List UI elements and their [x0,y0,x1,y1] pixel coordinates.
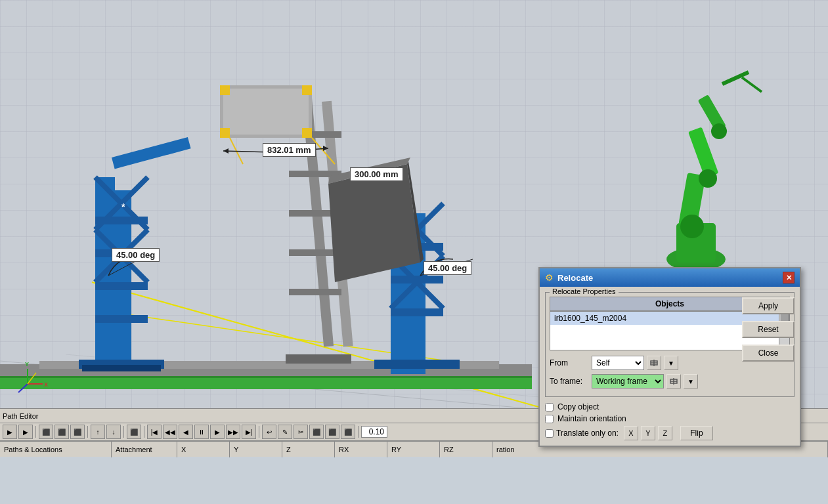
svg-rect-44 [223,89,309,135]
maintain-orientation-label: Maintain orientation [557,414,626,423]
toolbar-btn-17[interactable]: ✎ [278,425,292,439]
svg-text:X: X [44,381,48,388]
relocate-dialog: ⚙ Relocate ✕ Relocate Properties Objects… [538,267,801,447]
svg-rect-48 [302,128,312,138]
status-paths: Paths & Locations [0,442,112,457]
maintain-orientation-checkbox[interactable] [545,415,554,423]
svg-rect-45 [220,85,230,95]
status-attachment: Attachment [112,442,177,457]
from-icon-btn-2[interactable]: ▼ [664,356,678,370]
svg-rect-18 [112,137,191,169]
y-axis-button[interactable]: Y [641,426,655,440]
toolbar-btn-5[interactable]: ⬛ [70,425,85,439]
x-axis-button[interactable]: X [624,426,638,440]
toolbar-btn-7[interactable]: ↓ [106,425,121,439]
to-frame-dropdown[interactable]: Working frame [592,374,664,388]
copy-object-checkbox[interactable] [545,403,554,411]
svg-rect-39 [286,354,351,364]
toolbar-btn-21[interactable]: ⬛ [341,425,355,439]
measurement-label-4: 45.00 deg [424,261,471,275]
z-axis-button[interactable]: Z [658,426,672,440]
svg-rect-26 [391,308,443,316]
toolbar-btn-6[interactable]: ↑ [91,425,105,439]
svg-point-59 [699,169,717,188]
to-icon-btn-1[interactable] [666,374,681,388]
reset-button[interactable]: Reset [742,321,795,338]
dialog-titlebar: ⚙ Relocate ✕ [540,268,800,287]
flip-button[interactable]: Flip [680,426,713,440]
from-icon-btn-1[interactable] [647,356,661,370]
copy-object-row: Copy object [545,402,795,411]
dialog-icon: ⚙ [545,272,554,283]
dialog-close-button[interactable]: ✕ [783,272,795,284]
toolbar-btn-4[interactable]: ⬛ [54,425,69,439]
path-editor-label: Path Editor [3,412,38,420]
status-rz: RZ [440,442,492,457]
translate-only-checkbox[interactable] [545,429,554,438]
toolbar-btn-11[interactable]: ◀ [179,425,193,439]
from-label: From [550,358,589,368]
toolbar-btn-1[interactable]: ▶ [3,425,17,439]
svg-text:Y: Y [25,361,29,368]
svg-rect-4 [0,377,532,389]
svg-rect-31 [374,360,460,369]
translate-only-row: Translate only on: X Y Z Flip [545,426,795,440]
toolbar-btn-16[interactable]: ↩ [262,425,276,439]
svg-rect-12 [95,282,148,290]
to-icon-btn-2[interactable]: ▼ [684,374,698,388]
toolbar-btn-19[interactable]: ⬛ [309,425,324,439]
svg-marker-40 [328,164,420,282]
apply-button[interactable]: Apply [742,297,795,314]
svg-rect-46 [302,85,312,95]
toolbar-btn-20[interactable]: ⬛ [325,425,339,439]
status-z: Z [282,442,335,457]
status-x: X [177,442,230,457]
svg-point-60 [711,123,727,139]
relocate-props-legend: Relocate Properties [550,287,619,295]
toolbar-btn-12[interactable]: ⏸ [194,425,209,439]
status-y: Y [230,442,282,457]
toolbar-btn-3[interactable]: ⬛ [39,425,53,439]
measurement-label-3: 45.00 deg [112,248,160,262]
toolbar-btn-9[interactable]: |◀ [147,425,162,439]
status-rx: RX [335,442,387,457]
toolbar-btn-14[interactable]: ▶▶ [226,425,240,439]
toolbar-btn-2[interactable]: ▶ [18,425,33,439]
measurement-label-2: 300.00 mm [350,167,403,181]
translate-only-label: Translate only on: [556,429,619,438]
close-button[interactable]: Close [742,345,795,362]
dialog-title: Relocate [557,273,593,283]
svg-rect-38 [289,289,341,295]
status-ry: RY [387,442,440,457]
svg-marker-69 [223,148,229,154]
svg-line-57 [742,77,762,92]
dialog-titlebar-left: ⚙ Relocate [545,272,593,283]
from-dropdown[interactable]: Self [592,356,644,370]
svg-rect-47 [220,128,230,138]
svg-rect-21 [82,365,161,371]
to-row: To frame: Working frame ▼ [550,374,790,388]
toolbar-number: 0.10 [361,426,387,438]
copy-object-label: Copy object [557,402,599,411]
to-label: To frame: [550,377,589,386]
toolbar-btn-10[interactable]: ◀◀ [163,425,177,439]
svg-rect-13 [95,315,148,323]
toolbar-btn-8[interactable]: ⬛ [127,425,141,439]
svg-text:*: * [121,201,125,212]
measurement-label-1: 832.01 mm [263,143,316,157]
dialog-buttons: Apply Reset Close [742,297,795,366]
toolbar-btn-18[interactable]: ✂ [294,425,308,439]
dialog-content: Relocate Properties Objects irb1600_145_… [540,287,800,446]
toolbar-btn-15[interactable]: ▶| [242,425,256,439]
toolbar-btn-13[interactable]: ▶ [210,425,225,439]
svg-point-58 [680,215,704,238]
maintain-orientation-row: Maintain orientation [545,414,795,423]
